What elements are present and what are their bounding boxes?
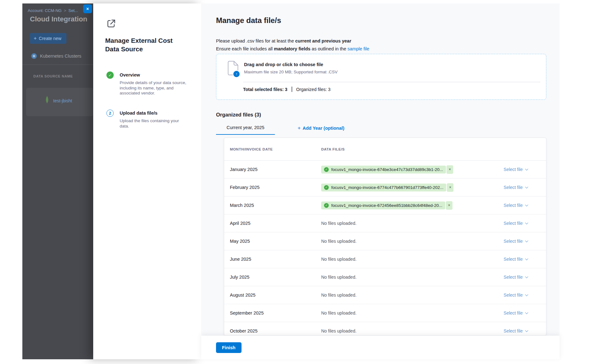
create-new-button[interactable]: + Create new	[30, 33, 66, 44]
year-tabs: Current year, 2025 + Add Year (optional)	[216, 125, 344, 135]
dropzone-title: Drag and drop or click to choose file	[244, 61, 338, 67]
upload-file-icon: ↑	[227, 61, 239, 77]
organized-files-count: Organized files: 3	[296, 87, 331, 92]
chevron-down-icon	[525, 275, 528, 278]
chevron-down-icon	[525, 329, 528, 332]
background-page: Account: CCM-NG > Set... Cloud Integrati…	[22, 3, 93, 359]
upload-instructions: Please upload .csv files for at least th…	[216, 37, 369, 53]
table-row: May 2025 No files uploaded. Select file	[224, 232, 546, 250]
check-circle-icon: ✓	[106, 71, 114, 79]
file-dropzone[interactable]: ↑ Drag and drop or click to choose file …	[216, 54, 546, 100]
month-label: August 2025	[230, 293, 321, 298]
tab-kubernetes-label: Kubernetes Clusters	[40, 54, 81, 59]
select-file-dropdown[interactable]: Select file	[504, 328, 528, 333]
step-overview-label: Overview	[120, 71, 186, 77]
total-selected-files: Total selected files: 3	[243, 87, 287, 92]
table-row[interactable]: test-jbisht	[45, 96, 72, 105]
file-chip-group: ✓ focusv1_mongo-invoice-672456ee851bbb28…	[321, 201, 504, 210]
file-name: focusv1_mongo-invoice-672456ee851bbb28c6…	[331, 203, 442, 208]
upload-arrow-icon: ↑	[233, 70, 240, 78]
file-chip-group: ✓ focusv1_mongo-invoice-6774c477b667901d…	[321, 183, 504, 192]
table-row: August 2025 No files uploaded. Select fi…	[224, 286, 546, 304]
table-row: October 2025 No files uploaded. Select f…	[224, 322, 546, 336]
step-overview-description: Provide details of your data source, inc…	[120, 80, 186, 96]
check-circle-icon: ✓	[324, 185, 329, 190]
column-header-data-source-name: DATA SOURCE NAME	[33, 74, 73, 78]
dropzone-content: ↑ Drag and drop or click to choose file …	[227, 61, 338, 77]
no-files-text: No files uploaded.	[321, 257, 356, 262]
select-file-dropdown[interactable]: Select file	[504, 293, 528, 298]
remove-file-button[interactable]: ×	[447, 165, 453, 174]
step-upload-data-files[interactable]: 2 Upload data file/s Upload the files co…	[106, 110, 192, 129]
breadcrumb[interactable]: Account: CCM-NG > Set...	[28, 8, 78, 13]
month-label: March 2025	[230, 203, 321, 208]
file-chip-group: ✓ focusv1_mongo-invoice-674be3ce47c73d37…	[321, 165, 504, 174]
add-year-button[interactable]: + Add Year (optional)	[298, 125, 344, 131]
breadcrumb-next[interactable]: Set...	[68, 8, 78, 13]
panel-title: Manage data file/s	[216, 16, 281, 25]
step-overview[interactable]: ✓ Overview Provide details of your data …	[106, 71, 192, 96]
breadcrumb-separator: >	[64, 8, 66, 13]
file-counts: Total selected files: 3 Organized files:…	[243, 87, 331, 92]
remove-file-button[interactable]: ×	[446, 201, 452, 210]
table-header-row: MONTH/INVOICE DATE DATA FILE/S	[224, 138, 546, 161]
no-files-text: No files uploaded.	[321, 221, 356, 226]
step-upload-label: Upload data file/s	[120, 110, 186, 116]
chevron-down-icon	[525, 257, 528, 260]
check-circle-icon: ✓	[324, 203, 329, 208]
breadcrumb-account[interactable]: Account: CCM-NG	[28, 8, 62, 13]
remove-file-button[interactable]: ×	[447, 183, 453, 192]
plus-icon: +	[298, 125, 301, 131]
table-row: July 2025 No files uploaded. Select file	[224, 268, 546, 286]
dropzone-text: Drag and drop or click to choose file Ma…	[244, 61, 338, 77]
select-file-dropdown[interactable]: Select file	[504, 239, 528, 244]
step-number-icon: 2	[106, 110, 114, 117]
data-source-name-link[interactable]: test-jbisht	[53, 98, 72, 103]
table-row: January 2025 ✓ focusv1_mongo-invoice-674…	[224, 161, 546, 179]
table-row: March 2025 ✓ focusv1_mongo-invoice-67245…	[224, 196, 546, 214]
month-label: May 2025	[230, 239, 321, 244]
divider	[22, 65, 93, 65]
month-label: June 2025	[230, 257, 321, 262]
tab-current-year[interactable]: Current year, 2025	[216, 125, 275, 135]
wizard-title: Manage External Cost Data Source	[105, 36, 185, 53]
table-row: February 2025 ✓ focusv1_mongo-invoice-67…	[224, 179, 546, 196]
chevron-down-icon	[525, 167, 528, 170]
drawer-footer: Finish	[201, 336, 560, 359]
select-file-dropdown[interactable]: Select file	[504, 310, 528, 316]
select-file-dropdown[interactable]: Select file	[504, 167, 528, 172]
finish-button[interactable]: Finish	[216, 342, 242, 353]
divider	[243, 82, 540, 82]
select-file-dropdown[interactable]: Select file	[504, 221, 528, 226]
no-files-text: No files uploaded.	[321, 328, 356, 333]
chevron-down-icon	[525, 311, 528, 314]
monthly-files-table: MONTH/INVOICE DATE DATA FILE/S January 2…	[224, 138, 546, 336]
page-title: Cloud Integration	[30, 15, 87, 23]
chevron-down-icon	[525, 185, 528, 188]
tab-kubernetes-clusters[interactable]: Kubernetes Clusters	[31, 53, 81, 59]
plus-icon: +	[34, 36, 37, 41]
select-file-dropdown[interactable]: Select file	[504, 257, 528, 262]
month-label: January 2025	[230, 167, 321, 172]
close-icon: ×	[86, 6, 89, 11]
select-file-dropdown[interactable]: Select file	[504, 275, 528, 280]
no-files-text: No files uploaded.	[321, 310, 356, 316]
chevron-down-icon	[525, 293, 528, 296]
add-year-label: Add Year (optional)	[303, 126, 344, 131]
close-icon: ×	[448, 203, 450, 208]
file-name: focusv1_mongo-invoice-6774c477b667901d77…	[331, 185, 443, 190]
organized-files-heading: Organized files (3)	[216, 112, 261, 118]
month-label: February 2025	[230, 185, 321, 190]
chevron-down-icon	[525, 239, 528, 242]
kubernetes-icon	[31, 53, 37, 59]
app-root: Account: CCM-NG > Set... Cloud Integrati…	[22, 3, 560, 359]
column-header-data-files: DATA FILE/S	[321, 147, 528, 151]
close-button[interactable]: ×	[83, 4, 92, 13]
no-files-text: No files uploaded.	[321, 239, 356, 244]
step-upload-description: Upload the files containing your data.	[120, 118, 186, 129]
month-label: September 2025	[230, 310, 321, 316]
sample-file-link[interactable]: sample file	[348, 46, 369, 51]
select-file-dropdown[interactable]: Select file	[504, 203, 528, 208]
select-file-dropdown[interactable]: Select file	[504, 185, 528, 190]
check-circle-icon: ✓	[324, 167, 329, 172]
